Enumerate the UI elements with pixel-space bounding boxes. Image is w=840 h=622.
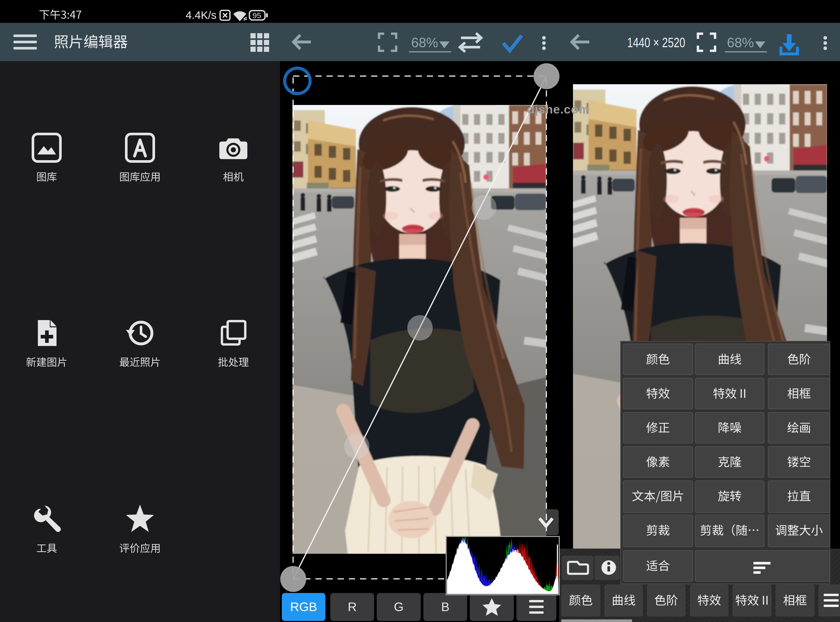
svg-text:95: 95 [252, 11, 261, 20]
svg-text:1440 × 2520: 1440 × 2520 [627, 35, 685, 50]
svg-text:68%: 68% [411, 35, 438, 50]
svg-text:4.4K/s: 4.4K/s [186, 9, 217, 21]
svg-text:68%: 68% [727, 35, 754, 50]
